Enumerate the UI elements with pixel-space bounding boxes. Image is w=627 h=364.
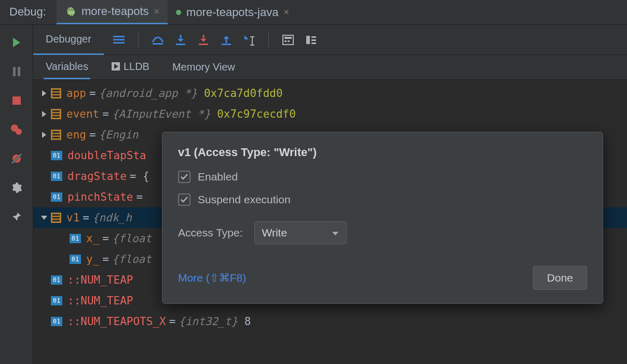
step-into-icon[interactable]: [174, 33, 187, 47]
select-value: Write: [262, 227, 288, 239]
svg-rect-39: [52, 116, 60, 118]
expand-icon[interactable]: [37, 110, 51, 118]
var-name: app: [66, 87, 86, 100]
svg-rect-41: [52, 131, 60, 133]
suspend-row: Suspend execution: [178, 193, 587, 206]
mute-breakpoints-button[interactable]: [8, 150, 25, 167]
svg-rect-12: [113, 42, 125, 44]
var-name: ::NUM_TEAP: [67, 274, 133, 286]
var-name: doubleTapSta: [67, 149, 146, 162]
var-type: {float: [112, 253, 152, 265]
svg-rect-26: [288, 40, 290, 42]
svg-rect-2: [13, 67, 16, 76]
var-type: {ndk_h: [92, 212, 132, 224]
access-type-row: Access Type: Write: [178, 221, 587, 244]
svg-text:01: 01: [72, 235, 79, 242]
svg-rect-35: [52, 95, 60, 97]
variable-row[interactable]: app = {android_app *} 0x7ca7d0fdd0: [33, 83, 627, 104]
svg-rect-38: [52, 114, 60, 115]
force-step-into-icon[interactable]: [197, 33, 210, 47]
svg-rect-11: [113, 39, 125, 40]
evaluate-expression-icon[interactable]: [281, 33, 295, 47]
frames-icon[interactable]: [304, 33, 318, 47]
svg-rect-53: [52, 220, 60, 221]
chevron-down-icon: [332, 227, 339, 239]
var-name: x_: [86, 232, 99, 245]
equals: =: [102, 232, 109, 245]
tab-lldb[interactable]: LLDB: [109, 55, 152, 79]
more-link[interactable]: More (⇧⌘F8): [178, 272, 246, 284]
close-icon[interactable]: ×: [154, 6, 160, 17]
var-name: ::NUM_TEAPOTS_X: [67, 315, 166, 328]
expand-icon[interactable]: [37, 90, 51, 97]
svg-rect-52: [52, 217, 60, 219]
svg-text:01: 01: [53, 193, 60, 201]
enabled-label: Enabled: [198, 171, 238, 183]
close-icon[interactable]: ×: [283, 7, 289, 18]
left-rail: [0, 25, 33, 364]
pause-button[interactable]: [8, 63, 25, 80]
struct-icon: [51, 88, 61, 99]
svg-point-6: [16, 129, 22, 135]
view-breakpoints-button[interactable]: [8, 121, 25, 138]
tab-more-teapots[interactable]: more-teapots ×: [57, 0, 168, 24]
svg-rect-3: [18, 67, 20, 76]
tab-label: more-teapots: [81, 5, 149, 18]
svg-rect-19: [222, 44, 231, 45]
show-threads-icon[interactable]: [112, 33, 126, 47]
suspend-checkbox[interactable]: [178, 193, 190, 206]
svg-rect-33: [52, 90, 60, 91]
tab-variables[interactable]: Variables: [44, 55, 90, 79]
toolbar-icons: [104, 33, 318, 47]
variable-row[interactable]: event = {AInputEvent *} 0x7c97cecdf0: [33, 104, 627, 124]
step-out-icon[interactable]: [220, 33, 233, 47]
pin-button[interactable]: [8, 208, 25, 225]
access-type-select[interactable]: Write: [254, 221, 347, 244]
var-type: {AInputEvent *}: [112, 108, 211, 120]
watchpoint-popup: v1 (Access Type: "Write") Enabled Suspen…: [162, 132, 603, 304]
enabled-checkbox[interactable]: [178, 171, 190, 183]
var-name: pinchState: [67, 191, 133, 203]
var-value: 8: [244, 315, 251, 328]
var-name: eng: [66, 129, 86, 141]
primitive-icon: 01: [51, 296, 62, 305]
equals: =: [169, 315, 176, 328]
svg-point-1: [72, 8, 72, 9]
var-value: 0x7c97cecdf0: [217, 108, 296, 120]
variable-row[interactable]: 01 ::NUM_TEAPOTS_X = {int32_t} 8: [33, 311, 627, 332]
collapse-icon[interactable]: [37, 215, 51, 221]
tab-memory-view[interactable]: Memory View: [170, 56, 237, 78]
separator: [268, 33, 269, 47]
resume-button[interactable]: [8, 34, 25, 51]
struct-icon: [51, 130, 61, 140]
equals: =: [89, 87, 96, 100]
var-type: {int32_t}: [179, 315, 238, 328]
titlebar: Debug: more-teapots × more-teapots-java …: [0, 0, 627, 25]
equals: =: [89, 129, 96, 141]
svg-rect-15: [176, 44, 185, 45]
run-to-cursor-icon[interactable]: [242, 33, 256, 47]
svg-rect-4: [12, 96, 21, 105]
tab-more-teapots-java[interactable]: more-teapots-java ×: [168, 0, 297, 24]
primitive-icon: 01: [51, 192, 62, 202]
var-name: ::NUM_TEAP: [67, 295, 133, 307]
svg-rect-30: [311, 43, 316, 44]
svg-text:01: 01: [53, 297, 60, 304]
toolbar: Debugger: [33, 25, 627, 55]
stop-button[interactable]: [8, 92, 25, 109]
step-over-icon[interactable]: [151, 33, 165, 47]
svg-rect-51: [52, 214, 60, 216]
svg-rect-27: [306, 36, 310, 44]
primitive-icon: 01: [70, 255, 81, 264]
equals: = {: [130, 170, 149, 183]
tab-debugger[interactable]: Debugger: [33, 25, 104, 55]
separator: [138, 33, 139, 47]
expand-icon[interactable]: [37, 131, 51, 138]
done-button[interactable]: Done: [533, 266, 587, 290]
popup-footer: More (⇧⌘F8) Done: [178, 266, 587, 290]
tab-label: more-teapots-java: [186, 6, 278, 19]
svg-text:01: 01: [53, 276, 60, 284]
settings-button[interactable]: [8, 179, 25, 196]
enabled-row: Enabled: [178, 171, 587, 183]
run-dot-icon: [176, 10, 181, 15]
